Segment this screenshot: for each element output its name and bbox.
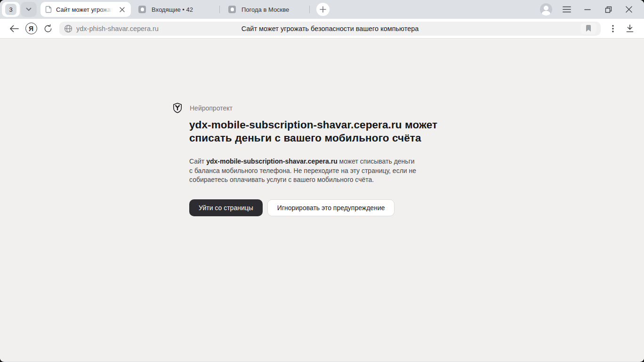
plus-icon bbox=[320, 6, 326, 13]
back-arrow-icon bbox=[9, 25, 19, 32]
tab-counter-button[interactable]: 3 bbox=[2, 2, 20, 17]
neuroprotect-label: Нейропротект bbox=[190, 104, 233, 112]
neuroprotect-header: Нейропротект bbox=[172, 102, 644, 113]
tab-inbox[interactable]: Входящие • 42 bbox=[131, 2, 218, 17]
download-icon bbox=[626, 24, 634, 32]
tab-counter-group: 3 bbox=[2, 2, 37, 17]
reload-icon bbox=[43, 24, 53, 33]
warning-actions: Уйти со страницы Игнорировать это предуп… bbox=[189, 199, 644, 216]
bookmark-icon bbox=[586, 25, 591, 32]
hamburger-icon bbox=[563, 6, 571, 13]
dangerous-domain: ydx-mobile-subscription-shavar.cepera.ru bbox=[206, 157, 338, 165]
address-bar[interactable]: ydx-phish-shavar.cepera.ru Сайт может уг… bbox=[59, 22, 601, 36]
warning-heading: ydx-mobile-subscription-shavar.cepera.ru… bbox=[189, 118, 461, 145]
address-bar-left: ydx-phish-shavar.cepera.ru bbox=[64, 22, 159, 36]
minimize-icon bbox=[584, 9, 591, 10]
kebab-menu-icon bbox=[612, 25, 614, 32]
tab-title-fade bbox=[99, 6, 115, 13]
warning-body: ydx-mobile-subscription-shavar.cepera.ru… bbox=[189, 118, 644, 216]
tabbar-right-controls bbox=[536, 2, 639, 17]
tab-title: Сайт может угрожать bbox=[56, 6, 115, 13]
url-text: ydx-phish-shavar.cepera.ru bbox=[76, 25, 159, 32]
chevron-down-icon bbox=[26, 8, 32, 11]
restore-icon bbox=[605, 6, 612, 13]
reload-button[interactable] bbox=[40, 21, 56, 36]
tab-weather[interactable]: Погода в Москве bbox=[221, 2, 308, 17]
warning-description: Сайт ydx-mobile-subscription-shavar.cepe… bbox=[189, 157, 419, 185]
document-icon bbox=[45, 6, 52, 13]
tab-title: Входящие • 42 bbox=[152, 6, 211, 13]
profile-button[interactable] bbox=[536, 2, 556, 17]
ignore-warning-button[interactable]: Игнорировать это предупреждение bbox=[267, 199, 395, 216]
downloads-button[interactable] bbox=[621, 21, 638, 36]
page-title: Сайт может угрожать безопасности вашего … bbox=[242, 25, 419, 32]
bookmark-button[interactable] bbox=[580, 23, 596, 34]
mail-favicon bbox=[138, 6, 146, 13]
avatar bbox=[540, 3, 552, 16]
tab-divider bbox=[219, 6, 220, 13]
tab-active-warning[interactable]: Сайт может угрожать bbox=[40, 2, 131, 17]
close-icon bbox=[626, 6, 632, 13]
minimize-button[interactable] bbox=[577, 2, 598, 17]
leave-page-button[interactable]: Уйти со страницы bbox=[189, 199, 263, 216]
restore-button[interactable] bbox=[598, 2, 619, 17]
shield-icon bbox=[172, 102, 183, 113]
new-tab-button[interactable] bbox=[316, 3, 330, 16]
tab-title: Погода в Москве bbox=[242, 6, 301, 13]
browser-toolbar: Я ydx-phish-shavar.cepera.ru Сайт может … bbox=[0, 19, 644, 39]
weather-favicon bbox=[228, 6, 236, 13]
tab-count: 3 bbox=[5, 4, 16, 15]
globe-icon bbox=[64, 24, 72, 33]
tab-list-dropdown-button[interactable] bbox=[21, 2, 37, 17]
browser-window: 3 Сайт может угрожать Входящие • 42 bbox=[0, 0, 644, 362]
menu-button[interactable] bbox=[556, 2, 577, 17]
toolbar-more-button[interactable] bbox=[604, 21, 621, 36]
close-tab-icon[interactable] bbox=[118, 5, 126, 14]
yandex-icon: Я bbox=[25, 23, 37, 34]
yandex-home-button[interactable]: Я bbox=[23, 21, 40, 36]
back-button[interactable] bbox=[6, 21, 23, 36]
close-window-button[interactable] bbox=[619, 2, 639, 17]
page-content: Нейропротект ydx-mobile-subscription-sha… bbox=[0, 39, 644, 362]
tab-divider bbox=[309, 6, 310, 13]
tab-bar: 3 Сайт может угрожать Входящие • 42 bbox=[0, 0, 644, 19]
